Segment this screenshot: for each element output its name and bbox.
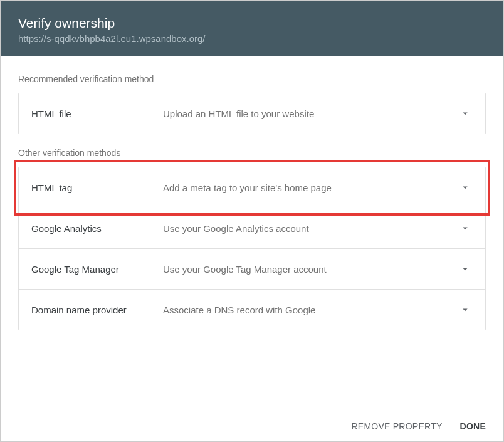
- method-title: HTML file: [31, 108, 163, 119]
- chevron-down-icon: [458, 106, 473, 121]
- method-desc: Use your Google Analytics account: [163, 223, 458, 234]
- chevron-down-icon: [458, 261, 473, 276]
- method-title: Google Tag Manager: [31, 264, 163, 275]
- method-domain-name-provider[interactable]: Domain name provider Associate a DNS rec…: [19, 290, 485, 330]
- remove-property-button[interactable]: REMOVE PROPERTY: [351, 421, 442, 431]
- method-desc: Add a meta tag to your site's home page: [163, 182, 458, 193]
- method-html-tag[interactable]: HTML tag Add a meta tag to your site's h…: [19, 167, 485, 208]
- dialog-header: Verify ownership https://s-qqdkvbhpb4a2l…: [1, 1, 503, 56]
- method-title: HTML tag: [31, 182, 163, 193]
- method-title: Google Analytics: [31, 223, 163, 234]
- method-desc: Associate a DNS record with Google: [163, 305, 458, 315]
- dialog-footer: REMOVE PROPERTY DONE: [1, 411, 503, 441]
- method-html-file[interactable]: HTML file Upload an HTML file to your we…: [18, 93, 486, 134]
- recommended-section-label: Recommended verification method: [18, 74, 486, 84]
- method-google-tag-manager[interactable]: Google Tag Manager Use your Google Tag M…: [19, 249, 485, 290]
- done-button[interactable]: DONE: [460, 421, 486, 431]
- other-section-label: Other verification methods: [18, 148, 486, 158]
- chevron-down-icon: [458, 221, 473, 236]
- chevron-down-icon: [458, 302, 473, 317]
- method-desc: Upload an HTML file to your website: [163, 108, 458, 119]
- dialog-title: Verify ownership: [18, 16, 486, 31]
- dialog-subtitle: https://s-qqdkvbhpb4a2l.eu1.wpsandbox.or…: [18, 33, 486, 44]
- verify-ownership-dialog: Verify ownership https://s-qqdkvbhpb4a2l…: [0, 0, 504, 442]
- method-google-analytics[interactable]: Google Analytics Use your Google Analyti…: [19, 208, 485, 249]
- method-desc: Use your Google Tag Manager account: [163, 264, 458, 275]
- chevron-down-icon: [458, 180, 473, 195]
- method-title: Domain name provider: [31, 305, 163, 315]
- other-methods-list: HTML tag Add a meta tag to your site's h…: [18, 167, 486, 330]
- dialog-content: Recommended verification method HTML fil…: [1, 56, 503, 411]
